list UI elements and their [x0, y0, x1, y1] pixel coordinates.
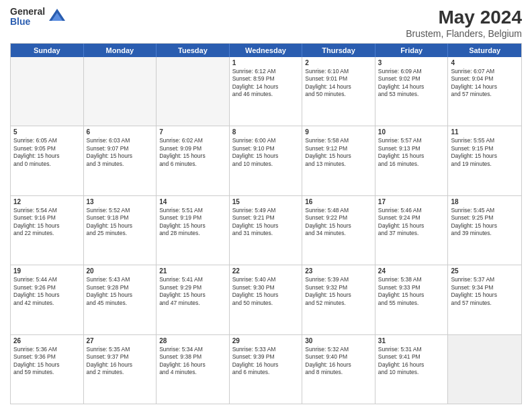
- calendar-cell: 9Sunrise: 5:58 AM Sunset: 9:12 PM Daylig…: [302, 126, 375, 195]
- day-number: 27: [87, 337, 154, 345]
- cell-content: Sunrise: 5:34 AM Sunset: 9:38 PM Dayligh…: [159, 346, 226, 377]
- calendar-cell: 11Sunrise: 5:55 AM Sunset: 9:15 PM Dayli…: [448, 126, 521, 195]
- calendar-cell: [11, 57, 84, 126]
- cell-content: Sunrise: 5:38 AM Sunset: 9:33 PM Dayligh…: [378, 276, 445, 307]
- calendar-cell: 3Sunrise: 6:09 AM Sunset: 9:02 PM Daylig…: [375, 57, 449, 126]
- cell-content: Sunrise: 5:45 AM Sunset: 9:25 PM Dayligh…: [451, 207, 519, 238]
- calendar-cell: 23Sunrise: 5:39 AM Sunset: 9:32 PM Dayli…: [302, 265, 375, 334]
- logo-blue: Blue: [10, 17, 45, 27]
- calendar-cell: 1Sunrise: 6:12 AM Sunset: 8:59 PM Daylig…: [230, 57, 303, 126]
- cell-content: Sunrise: 5:39 AM Sunset: 9:32 PM Dayligh…: [305, 276, 372, 307]
- day-number: 29: [232, 337, 300, 345]
- calendar-cell: 27Sunrise: 5:35 AM Sunset: 9:37 PM Dayli…: [84, 335, 157, 404]
- cell-content: Sunrise: 5:55 AM Sunset: 9:15 PM Dayligh…: [451, 137, 519, 168]
- weekday-header: Monday: [84, 44, 157, 57]
- calendar-cell: 20Sunrise: 5:43 AM Sunset: 9:28 PM Dayli…: [84, 265, 157, 334]
- logo-icon: [48, 7, 66, 26]
- cell-content: Sunrise: 5:43 AM Sunset: 9:28 PM Dayligh…: [87, 276, 154, 307]
- cell-content: Sunrise: 5:58 AM Sunset: 9:12 PM Dayligh…: [305, 137, 372, 168]
- day-number: 1: [232, 59, 300, 66]
- day-number: 3: [378, 59, 445, 66]
- cell-content: Sunrise: 5:46 AM Sunset: 9:24 PM Dayligh…: [378, 207, 445, 238]
- cell-content: Sunrise: 6:07 AM Sunset: 9:04 PM Dayligh…: [451, 68, 519, 99]
- cell-content: Sunrise: 5:40 AM Sunset: 9:30 PM Dayligh…: [232, 276, 300, 307]
- calendar-cell: 30Sunrise: 5:32 AM Sunset: 9:40 PM Dayli…: [302, 335, 375, 404]
- weekday-header: Sunday: [11, 44, 84, 57]
- day-number: 9: [305, 128, 372, 136]
- cell-content: Sunrise: 5:36 AM Sunset: 9:36 PM Dayligh…: [13, 346, 81, 377]
- cell-content: Sunrise: 6:05 AM Sunset: 9:05 PM Dayligh…: [13, 137, 81, 168]
- calendar-cell: 4Sunrise: 6:07 AM Sunset: 9:04 PM Daylig…: [448, 57, 521, 126]
- cell-content: Sunrise: 5:41 AM Sunset: 9:29 PM Dayligh…: [159, 276, 226, 307]
- calendar-cell: [157, 57, 230, 126]
- day-number: 5: [13, 128, 81, 136]
- main-title: May 2024: [406, 7, 522, 28]
- day-number: 17: [378, 198, 445, 205]
- calendar-cell: 8Sunrise: 6:00 AM Sunset: 9:10 PM Daylig…: [230, 126, 303, 195]
- calendar-cell: [84, 57, 157, 126]
- day-number: 20: [87, 267, 154, 275]
- cell-content: Sunrise: 5:37 AM Sunset: 9:34 PM Dayligh…: [451, 276, 519, 307]
- day-number: 11: [451, 128, 519, 136]
- calendar-row: 26Sunrise: 5:36 AM Sunset: 9:36 PM Dayli…: [11, 335, 521, 404]
- cell-content: Sunrise: 6:00 AM Sunset: 9:10 PM Dayligh…: [232, 137, 300, 168]
- calendar-cell: 25Sunrise: 5:37 AM Sunset: 9:34 PM Dayli…: [448, 265, 521, 334]
- cell-content: Sunrise: 5:54 AM Sunset: 9:16 PM Dayligh…: [13, 207, 81, 238]
- day-number: 15: [232, 198, 300, 205]
- cell-content: Sunrise: 5:51 AM Sunset: 9:19 PM Dayligh…: [159, 207, 226, 238]
- cell-content: Sunrise: 6:09 AM Sunset: 9:02 PM Dayligh…: [378, 68, 445, 99]
- calendar-cell: 26Sunrise: 5:36 AM Sunset: 9:36 PM Dayli…: [11, 335, 84, 404]
- day-number: 10: [378, 128, 445, 136]
- day-number: 22: [232, 267, 300, 275]
- weekday-header: Wednesday: [230, 44, 303, 57]
- cell-content: Sunrise: 6:02 AM Sunset: 9:09 PM Dayligh…: [159, 137, 226, 168]
- calendar-row: 19Sunrise: 5:44 AM Sunset: 9:26 PM Dayli…: [11, 265, 521, 334]
- cell-content: Sunrise: 5:32 AM Sunset: 9:40 PM Dayligh…: [305, 346, 372, 377]
- day-number: 21: [159, 267, 226, 275]
- calendar-cell: 19Sunrise: 5:44 AM Sunset: 9:26 PM Dayli…: [11, 265, 84, 334]
- logo-text: General Blue: [10, 7, 45, 28]
- weekday-header: Saturday: [448, 44, 521, 57]
- day-number: 8: [232, 128, 300, 136]
- day-number: 28: [159, 337, 226, 345]
- cell-content: Sunrise: 5:31 AM Sunset: 9:41 PM Dayligh…: [378, 346, 445, 377]
- logo: General Blue: [10, 7, 66, 28]
- calendar-cell: 5Sunrise: 6:05 AM Sunset: 9:05 PM Daylig…: [11, 126, 84, 195]
- calendar-header: SundayMondayTuesdayWednesdayThursdayFrid…: [11, 44, 521, 57]
- day-number: 18: [451, 198, 519, 205]
- calendar-cell: 18Sunrise: 5:45 AM Sunset: 9:25 PM Dayli…: [448, 196, 521, 265]
- cell-content: Sunrise: 6:03 AM Sunset: 9:07 PM Dayligh…: [87, 137, 154, 168]
- calendar-cell: 31Sunrise: 5:31 AM Sunset: 9:41 PM Dayli…: [375, 335, 449, 404]
- title-block: May 2024 Brustem, Flanders, Belgium: [406, 7, 522, 39]
- calendar-cell: 21Sunrise: 5:41 AM Sunset: 9:29 PM Dayli…: [157, 265, 230, 334]
- calendar-cell: 7Sunrise: 6:02 AM Sunset: 9:09 PM Daylig…: [157, 126, 230, 195]
- day-number: 16: [305, 198, 372, 205]
- calendar-cell: 10Sunrise: 5:57 AM Sunset: 9:13 PM Dayli…: [375, 126, 449, 195]
- cell-content: Sunrise: 5:52 AM Sunset: 9:18 PM Dayligh…: [87, 207, 154, 238]
- day-number: 2: [305, 59, 372, 66]
- day-number: 19: [13, 267, 81, 275]
- cell-content: Sunrise: 5:48 AM Sunset: 9:22 PM Dayligh…: [305, 207, 372, 238]
- weekday-header: Friday: [375, 44, 449, 57]
- cell-content: Sunrise: 5:35 AM Sunset: 9:37 PM Dayligh…: [87, 346, 154, 377]
- cell-content: Sunrise: 5:49 AM Sunset: 9:21 PM Dayligh…: [232, 207, 300, 238]
- cell-content: Sunrise: 6:10 AM Sunset: 9:01 PM Dayligh…: [305, 68, 372, 99]
- calendar-cell: 16Sunrise: 5:48 AM Sunset: 9:22 PM Dayli…: [302, 196, 375, 265]
- calendar-cell: 2Sunrise: 6:10 AM Sunset: 9:01 PM Daylig…: [302, 57, 375, 126]
- calendar-cell: 22Sunrise: 5:40 AM Sunset: 9:30 PM Dayli…: [230, 265, 303, 334]
- calendar-cell: 6Sunrise: 6:03 AM Sunset: 9:07 PM Daylig…: [84, 126, 157, 195]
- calendar-cell: 28Sunrise: 5:34 AM Sunset: 9:38 PM Dayli…: [157, 335, 230, 404]
- calendar: SundayMondayTuesdayWednesdayThursdayFrid…: [10, 43, 522, 404]
- day-number: 14: [159, 198, 226, 205]
- subtitle: Brustem, Flanders, Belgium: [406, 28, 522, 39]
- calendar-cell: 13Sunrise: 5:52 AM Sunset: 9:18 PM Dayli…: [84, 196, 157, 265]
- cell-content: Sunrise: 6:12 AM Sunset: 8:59 PM Dayligh…: [232, 68, 300, 99]
- day-number: 6: [87, 128, 154, 136]
- day-number: 30: [305, 337, 372, 345]
- calendar-row: 1Sunrise: 6:12 AM Sunset: 8:59 PM Daylig…: [11, 57, 521, 126]
- weekday-header: Thursday: [302, 44, 375, 57]
- day-number: 13: [87, 198, 154, 205]
- cell-content: Sunrise: 5:33 AM Sunset: 9:39 PM Dayligh…: [232, 346, 300, 377]
- calendar-cell: 15Sunrise: 5:49 AM Sunset: 9:21 PM Dayli…: [230, 196, 303, 265]
- day-number: 26: [13, 337, 81, 345]
